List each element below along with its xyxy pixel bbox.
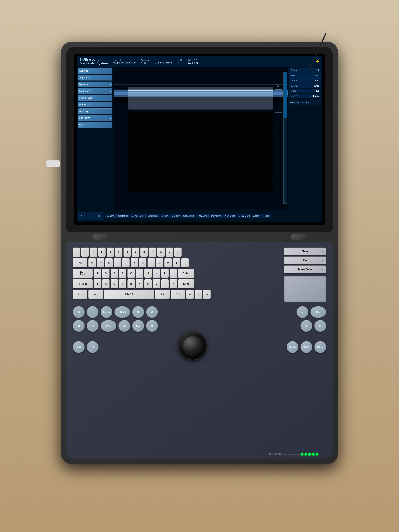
func-btn-freeze2[interactable]: ⏸ (146, 320, 158, 332)
key-g[interactable]: G (127, 269, 135, 278)
func-btn-1[interactable]: ✕ (73, 306, 85, 318)
key-d[interactable]: D (111, 269, 118, 278)
key-3[interactable]: 3 (98, 247, 106, 257)
sidebar-btn-2[interactable]: Measure▶ (78, 82, 112, 87)
trackpad[interactable] (284, 276, 326, 302)
main-gain-button[interactable]: ▼ Main Gain ▲ (284, 266, 326, 273)
key-i[interactable]: I (147, 258, 155, 267)
key-2[interactable]: 2 (90, 247, 97, 257)
func-btn-frame[interactable]: Frame (114, 306, 130, 318)
sidebar-btn-1[interactable]: App-Type▶ (78, 75, 112, 81)
func-btn-8[interactable]: ⊙ (87, 320, 99, 332)
sidebar-btn-8[interactable]: 中文 (78, 122, 112, 128)
func-btn-b[interactable]: B (297, 306, 308, 318)
key-y[interactable]: Y (131, 258, 138, 267)
func-btn-9[interactable]: ⊕ (300, 320, 312, 332)
trackball[interactable] (178, 331, 207, 360)
key-9[interactable]: 9 (149, 247, 156, 257)
key-k[interactable]: K (153, 269, 160, 278)
func-btn-cr[interactable]: CR (118, 320, 130, 332)
preset-btn2-0[interactable]: SetDefault (182, 214, 195, 218)
key-ctrl-left[interactable]: Ctrl (73, 290, 87, 299)
preset-btn2-3[interactable]: New Case (223, 214, 237, 218)
far-button[interactable]: ▼ Far ▲ (284, 256, 326, 264)
preset-btn-organ[interactable]: Organ (160, 214, 170, 218)
key-5[interactable]: 5 (115, 247, 122, 257)
key-alt-left[interactable]: Alt (89, 290, 103, 299)
sidebar-btn-5[interactable]: Frame Corr. (78, 102, 112, 108)
func-btn-5[interactable]: ◉ (132, 306, 144, 318)
key-r[interactable]: R (114, 258, 121, 267)
key-arrow-left[interactable]: ← (186, 290, 194, 299)
key-ctrl-right[interactable]: Ctrl (171, 290, 185, 299)
key-0[interactable]: 0 (157, 247, 165, 257)
func-btn-freeze[interactable]: Freeze (101, 306, 112, 318)
preset-btn-gynecology[interactable]: Gynecology (130, 214, 146, 218)
icon-asterisk[interactable]: ✳ (95, 212, 103, 220)
func-btn-6[interactable]: ◈ (146, 306, 158, 318)
func-btn-change[interactable]: Change (287, 341, 298, 353)
key-q[interactable]: Q (89, 258, 96, 267)
func-btn-bo[interactable]: B/O (310, 306, 326, 318)
sidebar-btn-7[interactable]: File Mgmt.▶ (78, 115, 112, 121)
key-semicolon[interactable]: ; (170, 269, 177, 278)
key-c[interactable]: C (111, 279, 118, 288)
key-shift-right[interactable]: Shift (178, 279, 194, 288)
sidebar-btn-4[interactable]: Image Func.▶ (78, 95, 112, 101)
preset-btn-cardiology[interactable]: Cardiology (146, 214, 160, 218)
key-n[interactable]: N (136, 279, 143, 288)
key-shift-left[interactable]: ⇧ Shift (73, 279, 93, 288)
key-1[interactable]: 1 (81, 247, 89, 257)
key-l[interactable]: L (161, 269, 169, 278)
sidebar-btn-3[interactable]: Measure2▶ (78, 88, 112, 94)
key-h[interactable]: H (136, 269, 143, 278)
key-equals[interactable]: + (166, 247, 173, 257)
preset-btn2-1[interactable]: Img.Save (196, 214, 209, 218)
func-btn-7[interactable]: ⊗ (73, 320, 85, 332)
key-arrow-right[interactable]: → (203, 290, 211, 299)
key-t[interactable]: T (122, 258, 130, 267)
key-v[interactable]: V (119, 279, 127, 288)
near-button[interactable]: ▼ Near ▲ (284, 247, 326, 255)
key-p[interactable]: P (165, 258, 172, 267)
key-j[interactable]: J (144, 269, 152, 278)
func-btn-io[interactable]: I/O □ (101, 320, 116, 332)
func-btn-save[interactable]: ⊟ (87, 341, 99, 353)
key-space[interactable]: SPACE (104, 290, 154, 299)
key-a[interactable]: A (94, 269, 101, 278)
key-m[interactable]: M (144, 279, 152, 288)
key-backspace[interactable]: ← (174, 247, 182, 257)
preset-btn-obstetrics[interactable]: Obstetrics (116, 214, 130, 218)
key-6[interactable]: 6 (124, 247, 131, 257)
icon-scan[interactable]: /\ (87, 212, 95, 220)
key-o[interactable]: O (156, 258, 163, 267)
key-z[interactable]: Z (94, 279, 101, 288)
key-4[interactable]: 4 (107, 247, 114, 257)
preset-btn2-5[interactable]: Zoom (252, 214, 261, 218)
key-u[interactable]: U (139, 258, 146, 267)
key-comma[interactable]: , (153, 279, 160, 288)
key-e[interactable]: E (105, 258, 113, 267)
key-w[interactable]: W (97, 258, 104, 267)
func-btn-depth[interactable]: Depth (300, 341, 312, 353)
key-8[interactable]: 8 (140, 247, 148, 257)
key-enter[interactable]: Enter (178, 269, 194, 278)
key-arrow-down[interactable]: ↓ (195, 290, 202, 299)
key-slash[interactable]: / (170, 279, 177, 288)
key-7[interactable]: 7 (132, 247, 139, 257)
key-bracket-close[interactable]: } (181, 258, 189, 267)
func-btn-up[interactable]: Up ▲ (314, 341, 326, 353)
key-caps-lock[interactable]: CapsLock (73, 269, 93, 278)
icon-waveform[interactable]: 〜 (78, 212, 86, 220)
key-b[interactable]: B (127, 279, 135, 288)
key-period[interactable]: . (161, 279, 169, 288)
preset-btn2-6[interactable]: Report (261, 214, 271, 218)
func-btn-10[interactable]: ⊞ (314, 320, 326, 332)
func-btn-set[interactable]: Set (73, 341, 85, 353)
sidebar-btn-0[interactable]: Settings (78, 68, 112, 74)
key-tab[interactable]: Tab (73, 258, 87, 267)
func-btn-2[interactable]: □ (87, 306, 99, 318)
key-x[interactable]: X (102, 279, 109, 288)
preset-btn-general[interactable]: General (105, 214, 116, 218)
key-f[interactable]: F (119, 269, 127, 278)
